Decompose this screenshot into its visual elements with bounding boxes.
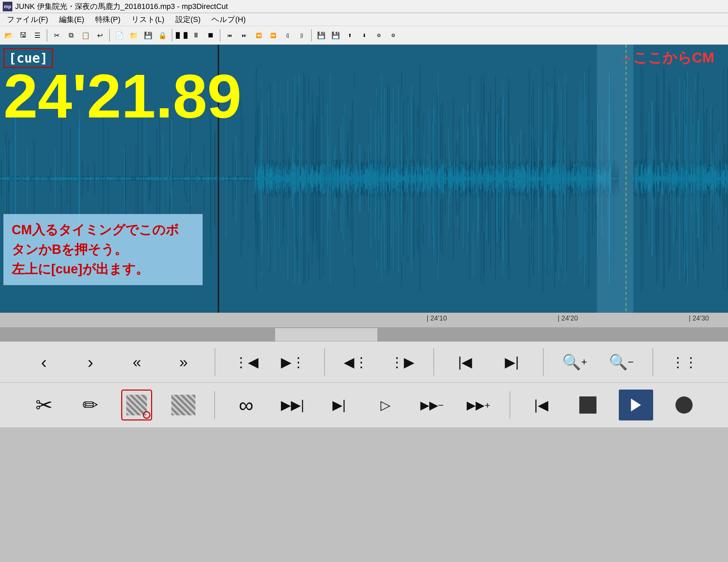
btn-to-start[interactable]: |◀ — [450, 347, 481, 378]
btn-prev-small[interactable]: ‹ — [29, 347, 59, 378]
btn-loop[interactable]: ∞ — [231, 390, 262, 420]
tb-waveform[interactable]: ▐▌▐▌ — [175, 29, 188, 42]
trans-sep-r2 — [510, 391, 510, 419]
tb-list[interactable]: ☰ — [31, 29, 44, 42]
scroll-area[interactable] — [0, 328, 728, 341]
tb-lock[interactable]: 🔒 — [156, 29, 169, 42]
time-display: 24'21.89 — [3, 65, 241, 127]
trans-sep4 — [543, 348, 544, 376]
btn-to-end-mark[interactable]: ▶⋮ — [277, 347, 308, 378]
cue-set2-inner — [171, 395, 195, 415]
time-marker-1: | 24'10 — [426, 314, 447, 322]
btn-scissors[interactable]: ✂ — [29, 390, 59, 420]
cue-circle-icon — [143, 411, 150, 419]
window-title: JUNK 伊集院光・深夜の馬鹿力_20181016.mp3 - mp3Direc… — [15, 1, 228, 12]
menu-file[interactable]: ファイル(F) — [1, 13, 54, 26]
tb-cut[interactable]: ✂ — [50, 29, 63, 42]
transport-row2: ✂ ✏ ∞ ▶▶| ▶| ▷ ▶▶− ▶▶+ |◀ — [0, 383, 728, 427]
tb-cfg2[interactable]: ⚙ — [387, 29, 400, 42]
btn-play-next[interactable]: ▶| — [323, 390, 354, 420]
menu-edit[interactable]: 編集(E) — [54, 13, 90, 26]
btn-to-end[interactable]: ▶| — [496, 347, 527, 378]
trans-sep3 — [433, 348, 434, 376]
btn-segment-info[interactable]: ⋮⋮ — [669, 347, 699, 378]
menu-settings[interactable]: 設定(S) — [170, 13, 206, 26]
tb-sep5 — [311, 29, 312, 42]
btn-play-to-end[interactable]: ▶▶| — [277, 390, 308, 420]
tb-prev-l[interactable]: ⏪ — [252, 29, 265, 42]
tb-save3[interactable]: 💾 — [329, 29, 342, 42]
btn-play[interactable] — [619, 390, 653, 420]
tb-open2[interactable]: 📁 — [127, 29, 140, 42]
btn-next-large[interactable]: » — [168, 347, 199, 378]
btn-pencil[interactable]: ✏ — [75, 390, 106, 420]
tb-mark1[interactable]: ⟨| — [281, 29, 294, 42]
btn-play-plus[interactable]: ▶▶+ — [463, 390, 494, 420]
tb-save2[interactable]: 💾 — [315, 29, 328, 42]
menu-special[interactable]: 特殊(P) — [90, 13, 126, 26]
btn-prev-mark[interactable]: ◀⋮ — [340, 347, 371, 378]
waveform-container[interactable]: [cue] →ここからCM 24'21.89 CM入るタイミングでこのボタンかB… — [0, 45, 728, 313]
play-icon — [627, 396, 645, 414]
menu-help[interactable]: ヘルプ(H) — [206, 13, 251, 26]
trans-sep-r1 — [214, 391, 215, 419]
overlay-text: CM入るタイミングでこのボタンかBを押そう。左上に[cue]が出ます。 — [3, 214, 203, 285]
record-dot-icon — [675, 396, 693, 414]
tb-save[interactable]: 💾 — [141, 29, 155, 42]
menu-bar: ファイル(F) 編集(E) 特殊(P) リスト(L) 設定(S) ヘルプ(H) — [0, 13, 728, 26]
tb-copy[interactable]: ⧉ — [65, 29, 78, 42]
btn-cue-set[interactable] — [121, 390, 152, 420]
tb-sep4 — [220, 29, 220, 42]
trans-sep2 — [324, 348, 325, 376]
btn-play-sel[interactable]: ▷ — [370, 390, 401, 420]
btn-cue-set2[interactable] — [168, 390, 199, 420]
time-ruler: | 24'10 | 24'20 | 24'30 — [0, 313, 728, 328]
trans-sep1 — [215, 348, 215, 376]
tb-sep2 — [109, 29, 110, 42]
btn-play-minus[interactable]: ▶▶− — [417, 390, 447, 420]
tb-export[interactable]: ⬆ — [343, 29, 356, 42]
tb-new[interactable]: 📄 — [113, 29, 126, 42]
app-icon: mp — [3, 2, 12, 11]
tb-pause[interactable]: ⏸ — [190, 29, 203, 42]
tb-cfg1[interactable]: ⚙ — [372, 29, 385, 42]
btn-record[interactable] — [669, 390, 699, 420]
tb-sep1 — [47, 29, 47, 42]
btn-to-start-mark[interactable]: ⋮◀ — [231, 347, 262, 378]
trans-sep5 — [652, 348, 653, 376]
btn-zoom-in[interactable]: 🔍+ — [559, 347, 590, 378]
btn-prev-large[interactable]: « — [122, 347, 152, 378]
btn-stop[interactable] — [572, 390, 603, 420]
tb-paste[interactable]: 📋 — [79, 29, 92, 42]
tb-open[interactable]: 📂 — [2, 29, 15, 42]
transport-row1: ‹ › « » ⋮◀ ▶⋮ ◀⋮ ⋮▶ |◀ ▶| 🔍+ 🔍− ⋮⋮ — [0, 341, 728, 383]
svg-marker-0 — [631, 398, 641, 412]
tb-import[interactable]: ⬇ — [358, 29, 371, 42]
tb-next-l[interactable]: ⏩ — [266, 29, 280, 42]
btn-zoom-out[interactable]: 🔍− — [606, 347, 637, 378]
tb-mark2[interactable]: |⟩ — [295, 29, 308, 42]
btn-to-start-2[interactable]: |◀ — [526, 390, 557, 420]
btn-next-mark[interactable]: ⋮▶ — [387, 347, 418, 378]
tb-next-s[interactable]: ⏭ — [238, 29, 251, 42]
tb-undo[interactable]: ↩ — [93, 29, 106, 42]
btn-next-small[interactable]: › — [75, 347, 106, 378]
tb-stop2[interactable]: ⏹ — [204, 29, 217, 42]
tb-save-marks[interactable]: 🖫 — [16, 29, 30, 42]
toolbar: 📂 🖫 ☰ ✂ ⧉ 📋 ↩ 📄 📁 💾 🔒 ▐▌▐▌ ⏸ ⏹ ⏮ ⏭ ⏪ ⏩ ⟨… — [0, 26, 728, 45]
title-bar: mp JUNK 伊集院光・深夜の馬鹿力_20181016.mp3 - mp3Di… — [0, 0, 728, 13]
tb-prev-s[interactable]: ⏮ — [223, 29, 236, 42]
stop-square-icon — [579, 396, 596, 414]
cm-annotation: →ここからCM — [618, 48, 714, 67]
time-marker-3: | 24'30 — [689, 314, 709, 322]
tb-sep3 — [172, 29, 172, 42]
scroll-thumb[interactable] — [275, 328, 378, 341]
time-marker-2: | 24'20 — [558, 314, 578, 322]
menu-list[interactable]: リスト(L) — [126, 13, 170, 26]
